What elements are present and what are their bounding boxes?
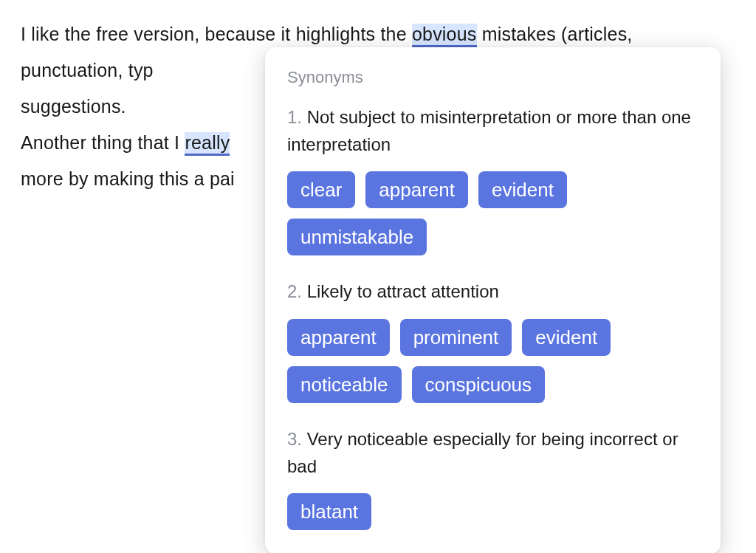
synonym-chip[interactable]: noticeable	[287, 366, 402, 403]
sense-def-text: Likely to attract attention	[307, 281, 499, 301]
sense-number: 1.	[287, 107, 302, 127]
text-segment: suggestions.	[21, 96, 126, 117]
sense-def-text: Not subject to misinterpretation or more…	[287, 107, 691, 154]
synonym-chips: apparent prominent evident noticeable co…	[287, 319, 698, 403]
synonym-chip[interactable]: apparent	[287, 319, 390, 356]
synonym-sense: 3. Very noticeable especially for being …	[287, 425, 698, 530]
sense-definition: 3. Very noticeable especially for being …	[287, 425, 698, 480]
synonym-sense: 1. Not subject to misinterpretation or m…	[287, 103, 698, 255]
synonym-chips: clear apparent evident unmistakable	[287, 171, 698, 255]
synonyms-popover: Synonyms 1. Not subject to misinterpreta…	[265, 47, 721, 553]
highlighted-word-really[interactable]: really	[185, 132, 230, 156]
synonym-chip[interactable]: evident	[478, 171, 567, 208]
highlighted-word-obvious[interactable]: obvious	[412, 24, 477, 47]
synonym-chip[interactable]: apparent	[365, 171, 468, 208]
synonym-chips: blatant	[287, 493, 698, 530]
text-segment: Another thing that I	[21, 132, 185, 153]
text-segment: more by making this a pai	[21, 168, 235, 189]
sense-number: 3.	[287, 429, 302, 449]
popover-title: Synonyms	[287, 68, 698, 87]
synonym-chip[interactable]: conspicuous	[412, 366, 546, 403]
synonym-chip[interactable]: blatant	[287, 493, 371, 530]
sense-def-text: Very noticeable especially for being inc…	[287, 429, 678, 476]
synonym-chip[interactable]: evident	[522, 319, 611, 356]
text-segment: I like the free version, because it high…	[21, 24, 412, 44]
synonym-sense: 2. Likely to attract attention apparent …	[287, 278, 698, 402]
synonym-chip[interactable]: clear	[287, 171, 355, 208]
sense-definition: 1. Not subject to misinterpretation or m…	[287, 103, 698, 158]
synonym-chip[interactable]: prominent	[400, 319, 512, 356]
sense-definition: 2. Likely to attract attention	[287, 278, 698, 305]
synonym-chip[interactable]: unmistakable	[287, 219, 427, 255]
sense-number: 2.	[287, 281, 302, 301]
